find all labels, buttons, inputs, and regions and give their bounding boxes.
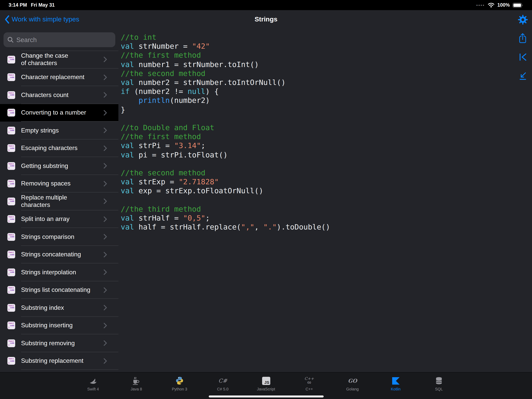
sidebar-item[interactable]: func{code}Converting to a number: [0, 104, 118, 122]
chevron-right-icon: [104, 199, 107, 204]
func-code-icon: func{code}: [7, 73, 15, 81]
tab-label: C++: [305, 387, 313, 391]
kotlin-icon: [392, 375, 400, 386]
code-line: //the first method: [121, 132, 516, 141]
sidebar-item-label: Escaping characters: [21, 145, 104, 152]
sidebar-item[interactable]: func{code}Removing spaces: [0, 175, 118, 193]
func-code-icon: func{code}: [7, 109, 15, 117]
func-code-icon: func{code}: [7, 304, 15, 312]
code-line: val strPi = "3.14";: [121, 141, 516, 150]
sidebar-item-label: Removing spaces: [21, 180, 104, 187]
code-pane[interactable]: //to intval strNumber = "42"//the first …: [118, 29, 516, 372]
search-input[interactable]: [16, 36, 111, 44]
share-icon: [518, 32, 527, 44]
code-line: val number2 = strNumber.toIntOrNull(): [121, 78, 516, 87]
tab-c-[interactable]: C++∞C++: [288, 373, 331, 399]
sidebar-item-label: Split into an array: [21, 215, 104, 223]
tab-swift-4[interactable]: Swift 4: [71, 373, 115, 399]
navigation-bar: Work with simple types Strings: [0, 10, 532, 29]
code-line: if (number2 != null) {: [121, 87, 516, 96]
sidebar-item-label: Strings comparison: [21, 233, 104, 240]
sidebar-item-label: Substring inserting: [21, 322, 104, 329]
code-line: val exp = strExp.toFloatOrNull(): [121, 187, 516, 195]
sidebar-item-label: Strings interpolation: [21, 269, 104, 276]
back-button[interactable]: Work with simple types: [5, 10, 79, 29]
sidebar-item[interactable]: func{code}Substring replacement: [0, 352, 118, 370]
java-icon: [132, 375, 141, 386]
home-indicator[interactable]: [209, 395, 324, 398]
tab-label: SQL: [435, 387, 443, 391]
func-code-icon: func{code}: [7, 127, 15, 135]
sidebar-item[interactable]: func{code}Substring removing: [0, 334, 118, 352]
collapse-button[interactable]: [518, 71, 528, 81]
sidebar-item[interactable]: func{code}Strings concatenating: [0, 246, 118, 264]
skip-to-start-button[interactable]: [518, 52, 528, 62]
sidebar-item-label: Character replacement: [21, 74, 104, 81]
func-code-icon: func{code}: [7, 251, 15, 258]
func-code-icon: func{code}: [7, 269, 15, 276]
code-line: //the second method: [121, 69, 516, 78]
sidebar-item-label: Substring replacement: [21, 357, 104, 365]
code-line: println(number2): [121, 96, 516, 105]
sidebar-item-label: Getting substring: [21, 162, 104, 169]
sidebar-item[interactable]: func{code}Strings list concatenating: [0, 281, 118, 299]
sidebar-list[interactable]: func{code}Change the case of charactersf…: [0, 51, 118, 370]
tab-python-3[interactable]: Python 3: [158, 373, 201, 399]
tab-sql[interactable]: SQL: [417, 373, 461, 399]
sidebar-item[interactable]: func{code}Replace multiple characters: [0, 193, 118, 210]
sidebar-item-label: Characters count: [21, 91, 104, 99]
tab-label: Java 8: [131, 387, 142, 391]
sidebar-item[interactable]: func{code}Getting substring: [0, 157, 118, 175]
tab-label: Swift 4: [87, 387, 99, 391]
sidebar-item[interactable]: func{code}Split into an array: [0, 210, 118, 228]
sidebar-item[interactable]: func{code}Strings interpolation: [0, 264, 118, 281]
go-icon: GO: [348, 375, 357, 386]
tab-kotlin[interactable]: Kotlin: [374, 373, 417, 399]
code-line: [121, 195, 516, 204]
chevron-right-icon: [104, 358, 107, 364]
sidebar-item-label: Replace multiple characters: [21, 194, 104, 209]
js-icon: JS: [262, 375, 270, 386]
skip-to-start-icon: [518, 53, 527, 62]
sidebar-item[interactable]: func{code}Strings comparison: [0, 228, 118, 246]
func-code-icon: func{code}: [7, 162, 15, 170]
chevron-right-icon: [104, 287, 107, 293]
func-code-icon: func{code}: [7, 233, 15, 241]
chevron-right-icon: [104, 74, 107, 80]
cellular-signal-icon: ••••: [476, 3, 485, 7]
tab-c-5-0[interactable]: C#C# 5.0: [201, 373, 244, 399]
sidebar-item-label: Converting to a number: [21, 109, 104, 116]
chevron-right-icon: [104, 110, 107, 116]
chevron-right-icon: [104, 163, 107, 169]
app-window: 3:14 PM Fri May 31 •••• 100%: [0, 0, 532, 399]
settings-button[interactable]: [518, 10, 528, 29]
sidebar[interactable]: func{code}Change the case of charactersf…: [0, 29, 118, 372]
back-chevron-icon: [5, 15, 9, 24]
sidebar-item[interactable]: func{code}Change the case of characters: [0, 51, 118, 68]
tab-golang[interactable]: GOGolang: [331, 373, 374, 399]
chevron-right-icon: [104, 252, 107, 257]
csharp-icon: C#: [218, 375, 227, 386]
sidebar-item[interactable]: func{code}Characters count: [0, 86, 118, 104]
sidebar-item-label: Change the case of characters: [21, 52, 104, 67]
sidebar-item[interactable]: func{code}Character replacement: [0, 68, 118, 86]
tab-label: Golang: [346, 387, 359, 391]
tab-javascript[interactable]: JSJavaScript: [244, 373, 288, 399]
func-code-icon: func{code}: [7, 91, 15, 99]
func-code-icon: func{code}: [7, 286, 15, 294]
func-code-icon: func{code}: [7, 56, 15, 64]
sidebar-item[interactable]: func{code}Escaping characters: [0, 139, 118, 157]
func-code-icon: func{code}: [7, 357, 15, 365]
gear-icon: [518, 15, 528, 24]
search-bar[interactable]: [4, 32, 115, 47]
share-button[interactable]: [518, 33, 528, 43]
chevron-right-icon: [104, 181, 107, 187]
sql-icon: [435, 375, 443, 386]
sidebar-item-label: Strings concatenating: [21, 251, 104, 258]
chevron-right-icon: [104, 340, 107, 346]
sidebar-item[interactable]: func{code}Substring index: [0, 299, 118, 317]
tab-java-8[interactable]: Java 8: [115, 373, 158, 399]
status-bar: 3:14 PM Fri May 31 •••• 100%: [0, 0, 532, 10]
sidebar-item[interactable]: func{code}Empty strings: [0, 122, 118, 139]
sidebar-item[interactable]: func{code}Substring inserting: [0, 317, 118, 334]
